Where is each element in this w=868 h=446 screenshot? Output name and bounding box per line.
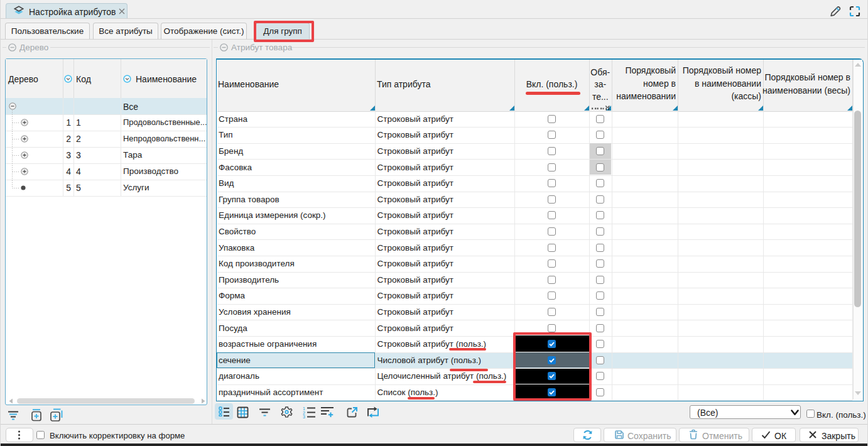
svg-text:3: 3	[303, 415, 305, 418]
svg-text:1: 1	[303, 406, 305, 411]
